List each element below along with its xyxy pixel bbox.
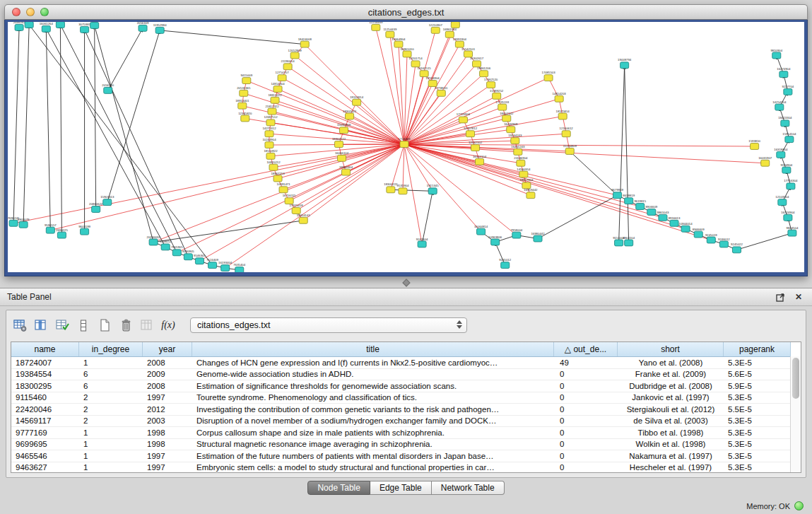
graph-node[interactable]: 8190905 <box>182 250 194 259</box>
tab-node-table[interactable]: Node Table <box>307 481 370 495</box>
graph-node[interactable]: 16302617 <box>470 57 484 66</box>
graph-node[interactable]: 9245022 <box>731 243 743 252</box>
graph-node[interactable]: 19110914 <box>350 95 363 105</box>
graph-node[interactable]: 2690225 <box>56 228 68 238</box>
graph-node[interactable]: 8618819 <box>623 194 635 204</box>
graph-node[interactable]: 18913401 <box>235 99 249 109</box>
graph-node[interactable]: 16318804 <box>774 148 788 158</box>
column-header-short[interactable]: short <box>618 342 724 356</box>
graph-node[interactable]: 9824504 <box>787 226 799 236</box>
close-window-button[interactable] <box>12 8 20 16</box>
graph-node[interactable]: 9246012 <box>718 238 730 247</box>
graph-node[interactable]: 18602142 <box>500 112 514 122</box>
graph-node[interactable]: 7635404 <box>233 263 245 272</box>
graph-node[interactable]: 9590557 <box>45 223 57 233</box>
table-row[interactable]: 969969511998Structural magnetic resonanc… <box>11 439 791 451</box>
graph-node[interactable]: 7958004 <box>510 228 522 238</box>
graph-node[interactable]: 12754707 <box>275 71 289 81</box>
graph-node[interactable]: 12210907 <box>429 23 443 33</box>
graph-node[interactable]: 8906609 <box>645 205 657 215</box>
import-table-icon[interactable] <box>138 316 156 334</box>
graph-node[interactable]: 19861206 <box>477 66 491 76</box>
graph-node[interactable]: 9861043 <box>657 211 669 221</box>
graph-node[interactable]: 9245019 <box>705 233 717 243</box>
network-window-titlebar[interactable]: citations_edges.txt <box>4 4 808 20</box>
graph-node[interactable]: 17738111 <box>435 86 448 96</box>
graph-node[interactable]: 9227704 <box>782 85 794 95</box>
graph-node[interactable]: 14254104 <box>772 100 787 110</box>
minimize-window-button[interactable] <box>26 8 35 16</box>
graph-node[interactable]: 19054141 <box>297 214 311 223</box>
graph-node[interactable]: 14814304 <box>271 82 285 92</box>
graph-node[interactable]: 17462520 <box>484 78 498 88</box>
table-row[interactable]: 977716911998Corpus callosum shape and si… <box>11 427 791 439</box>
table-row[interactable]: 1456911722003Disruption of a novel membe… <box>11 416 791 428</box>
graph-node[interactable]: 16716115 <box>283 194 296 204</box>
graph-node[interactable]: 7905905 <box>171 245 183 255</box>
graph-node[interactable]: 2056140 <box>102 83 114 93</box>
graph-node[interactable]: 18302022 <box>343 110 357 119</box>
graph-node[interactable]: 1724069 <box>399 137 411 147</box>
graph-node[interactable]: 2046561 <box>13 22 25 30</box>
graph-node[interactable]: 9603199 <box>78 225 90 235</box>
float-panel-icon[interactable] <box>774 291 787 303</box>
table-source-select[interactable]: citations_edges.txt <box>190 317 467 333</box>
row-height-icon[interactable] <box>74 316 93 334</box>
graph-node[interactable]: 10244904 <box>262 138 276 148</box>
graph-node[interactable]: 16980442 <box>531 232 545 242</box>
graph-node[interactable]: 9245012 <box>499 258 511 268</box>
graph-node[interactable]: 9546305 <box>194 254 206 264</box>
graph-node[interactable]: 9810904 <box>770 49 782 59</box>
tab-network-table[interactable]: Network Table <box>432 481 505 495</box>
graph-node[interactable]: 3075987 <box>78 23 90 33</box>
zoom-window-button[interactable] <box>40 8 49 16</box>
graph-node[interactable]: 2056169 <box>137 22 149 31</box>
graph-node[interactable]: 16031907 <box>758 156 772 166</box>
graph-node[interactable]: 16064814 <box>474 225 488 235</box>
graph-node[interactable]: 15389252 <box>490 89 504 99</box>
graph-node[interactable]: 16961944 <box>443 28 457 37</box>
graph-node[interactable]: 16274904 <box>777 67 791 77</box>
column-header-name[interactable]: name <box>11 342 79 356</box>
table-row[interactable]: 946362711997Embryonic stem cells: a mode… <box>11 462 791 474</box>
graph-node[interactable]: 15542101 <box>461 47 476 57</box>
graph-node[interactable]: 18967213 <box>271 172 285 182</box>
graph-node[interactable]: 9194904 <box>780 163 792 173</box>
graph-node[interactable]: 19448794 <box>618 58 632 68</box>
graph-node[interactable]: 12160612 <box>560 127 574 136</box>
graph-node[interactable]: 16061264 <box>40 22 54 32</box>
table-row[interactable]: 911546021997Tourette syndrome. Phenomeno… <box>11 392 791 404</box>
tab-edge-table[interactable]: Edge Table <box>370 481 432 495</box>
graph-node[interactable]: 8955616 <box>23 22 35 28</box>
function-builder-icon[interactable]: f(x) <box>159 316 177 334</box>
delete-icon[interactable] <box>117 316 135 334</box>
graph-node[interactable]: 18413304 <box>778 116 792 126</box>
split-pane-divider[interactable] <box>400 280 413 286</box>
graph-node[interactable]: 19164243 <box>508 134 522 144</box>
graph-node[interactable]: 10820212 <box>266 160 281 170</box>
graph-node[interactable]: 12687512 <box>264 115 278 125</box>
graph-node[interactable]: 8946609 <box>693 228 705 238</box>
graph-node[interactable]: 17485503 <box>542 71 556 81</box>
graph-node[interactable]: 15954104 <box>782 132 796 142</box>
graph-node[interactable]: 16961010 <box>400 47 414 57</box>
graph-node[interactable]: 15097809 <box>337 123 351 133</box>
table-mode-icon[interactable] <box>11 316 29 334</box>
graph-node[interactable]: 21817322 <box>265 105 279 115</box>
column-header-pagerank[interactable]: pagerank <box>724 342 791 356</box>
graph-node[interactable]: 22280614 <box>281 59 295 69</box>
graph-node[interactable]: 11254439 <box>383 28 396 37</box>
graph-node[interactable]: 9242604 <box>416 238 428 247</box>
graph-node[interactable]: 9415009 <box>240 74 252 83</box>
vertical-scrollbar[interactable] <box>790 356 801 472</box>
graph-node[interactable]: 1593810 <box>748 139 760 149</box>
table-row[interactable]: 1938455462009Genome-wide association stu… <box>11 369 791 381</box>
graph-node[interactable]: 13201714 <box>409 57 423 66</box>
graph-node[interactable]: 9535904 <box>397 184 409 194</box>
graph-node[interactable]: 16434908 <box>504 122 518 132</box>
graph-node[interactable]: 7524409 <box>206 258 218 268</box>
graph-node[interactable]: 18302522 <box>332 137 346 147</box>
graph-node[interactable]: 8902204 <box>623 236 635 246</box>
graph-node[interactable]: 19556904 <box>426 76 440 86</box>
graph-node[interactable]: 14560914 <box>517 168 531 177</box>
